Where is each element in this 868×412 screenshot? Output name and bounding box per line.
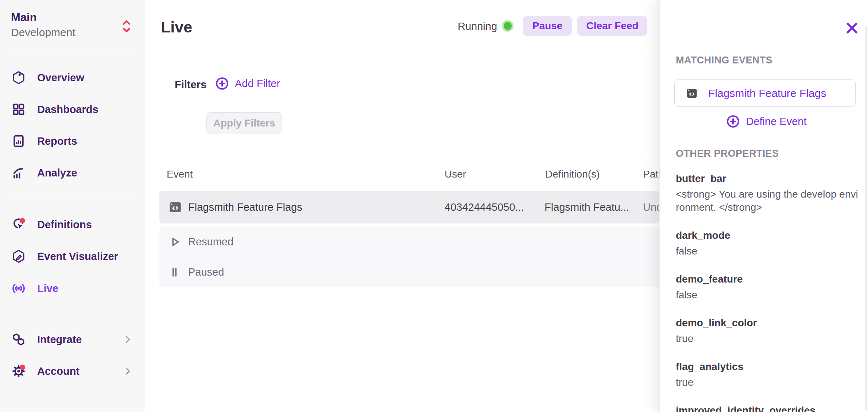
play-icon	[168, 236, 181, 248]
event-details-panel: MATCHING EVENTS Flagsmith Feature Flags …	[659, 0, 868, 412]
environment-name: Development	[11, 26, 75, 39]
sidebar-item-label: Account	[37, 365, 80, 377]
feed-row-resumed[interactable]: Resumed	[159, 227, 659, 257]
define-event-button[interactable]: Define Event	[676, 114, 857, 128]
sidebar-item-label: Integrate	[37, 334, 82, 346]
overview-icon	[12, 71, 26, 85]
event-cell: Flagsmith Feature Flags	[188, 191, 302, 224]
sidebar-item-integrate[interactable]: Integrate	[0, 324, 145, 355]
status-dot	[504, 22, 512, 30]
property-item: improved_identity_overrides false	[676, 405, 860, 412]
live-icon	[12, 281, 26, 295]
property-name: improved_identity_overrides	[676, 405, 860, 412]
property-name: demo_feature	[676, 273, 860, 285]
sidebar-item-label: Dashboards	[37, 104, 98, 116]
property-value: <strong> You are using the develop envir…	[676, 188, 858, 214]
definitions-cell: Flagsmith Featu...	[545, 191, 629, 224]
column-header-user: User	[445, 168, 466, 180]
property-value: false	[676, 288, 860, 302]
user-cell: 403424445050...	[445, 191, 524, 224]
sidebar-item-overview[interactable]: Overview	[0, 62, 145, 93]
integrate-icon	[12, 333, 26, 346]
app-root: Main Development Overview	[0, 0, 868, 412]
column-header-definitions: Definition(s)	[545, 168, 600, 180]
property-value: false	[676, 245, 860, 258]
feed-status-block: Resumed Paused	[159, 227, 659, 287]
status-row-label: Resumed	[188, 227, 233, 257]
column-header-event: Event	[167, 168, 193, 180]
matching-events-label: MATCHING EVENTS	[676, 55, 772, 66]
account-gear-icon	[12, 364, 26, 378]
sidebar-item-live[interactable]: Live	[0, 273, 145, 304]
other-properties-label: OTHER PROPERTIES	[676, 148, 779, 159]
sidebar: Main Development Overview	[0, 0, 145, 412]
property-value: true	[676, 332, 860, 345]
pause-button[interactable]: Pause	[523, 16, 572, 36]
sidebar-item-label: Definitions	[37, 219, 92, 231]
clear-feed-button[interactable]: Clear Feed	[577, 16, 647, 36]
sidebar-item-definitions[interactable]: Definitions	[0, 209, 145, 240]
sidebar-divider	[11, 199, 133, 199]
sidebar-divider	[11, 53, 133, 53]
code-window-icon	[167, 199, 183, 215]
analyze-icon	[12, 166, 26, 180]
event-visualizer-icon	[12, 249, 26, 263]
pause-icon	[168, 266, 181, 279]
sidebar-item-account[interactable]: Account	[0, 355, 145, 387]
plus-circle-icon	[726, 114, 740, 128]
table-divider	[160, 158, 659, 158]
filters-label: Filters	[175, 79, 206, 91]
feed-status-label: Running	[458, 20, 497, 32]
sidebar-item-label: Reports	[37, 135, 77, 147]
property-name: butter_bar	[676, 173, 860, 184]
feed-row-paused[interactable]: Paused	[159, 257, 659, 287]
sidebar-item-label: Overview	[37, 72, 84, 84]
close-icon[interactable]	[845, 21, 859, 35]
sidebar-item-dashboards[interactable]: Dashboards	[0, 94, 145, 125]
header-divider	[160, 49, 659, 49]
properties-list: butter_bar <strong> You are using the de…	[676, 173, 860, 412]
add-filter-button[interactable]: Add Filter	[215, 77, 280, 90]
status-row-label: Paused	[188, 257, 224, 287]
sidebar-item-label: Analyze	[37, 167, 77, 179]
code-window-icon	[685, 86, 699, 100]
property-item: butter_bar <strong> You are using the de…	[676, 173, 860, 214]
plus-circle-icon	[215, 77, 229, 90]
property-item: flag_analytics true	[676, 361, 860, 389]
sidebar-divider	[11, 315, 133, 315]
sidebar-item-reports[interactable]: Reports	[0, 125, 145, 157]
event-row-flagsmith[interactable]: Flagsmith Feature Flags 403424445050... …	[159, 191, 659, 224]
dashboards-icon	[12, 102, 26, 116]
add-filter-label: Add Filter	[235, 78, 280, 90]
property-item: demo_feature false	[676, 273, 860, 302]
project-switcher-icon[interactable]	[120, 18, 133, 34]
chevron-right-icon	[123, 334, 133, 345]
define-event-label: Define Event	[746, 116, 806, 128]
property-item: demo_link_color true	[676, 317, 860, 345]
status-indicator	[502, 20, 514, 32]
matched-event-button[interactable]: Flagsmith Feature Flags	[674, 79, 856, 107]
sidebar-item-analyze[interactable]: Analyze	[0, 157, 145, 188]
project-name: Main	[11, 11, 37, 24]
path-cell: Undefined	[643, 191, 659, 224]
reports-icon	[12, 134, 26, 148]
apply-filters-button[interactable]: Apply Filters	[206, 112, 282, 134]
page-title: Live	[161, 18, 192, 36]
sidebar-item-label: Event Visualizer	[37, 250, 118, 263]
matched-event-name: Flagsmith Feature Flags	[708, 87, 826, 100]
panel-scrollbar[interactable]	[865, 26, 867, 410]
sidebar-item-label: Live	[37, 283, 58, 295]
property-name: demo_link_color	[676, 317, 860, 329]
definitions-icon	[12, 218, 26, 232]
chevron-right-icon	[123, 366, 133, 376]
sidebar-item-event-visualizer[interactable]: Event Visualizer	[0, 241, 145, 272]
property-item: dark_mode false	[676, 230, 860, 258]
property-value: true	[676, 376, 860, 389]
property-name: dark_mode	[676, 230, 860, 241]
property-name: flag_analytics	[676, 361, 860, 373]
